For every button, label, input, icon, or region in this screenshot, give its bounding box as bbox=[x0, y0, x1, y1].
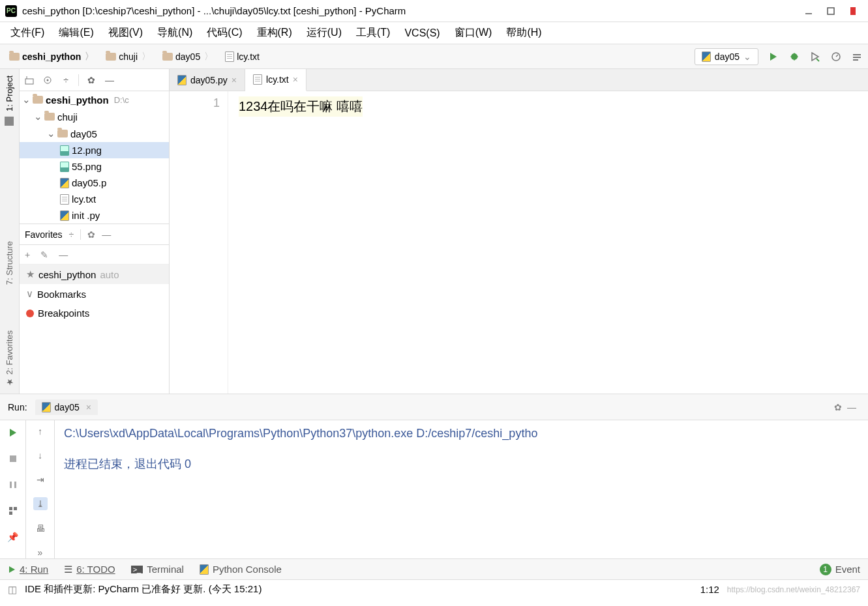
hide-icon[interactable]: — bbox=[847, 402, 860, 412]
run-label: Run: bbox=[8, 402, 27, 412]
more-icon[interactable]: » bbox=[33, 546, 48, 558]
run-button[interactable] bbox=[768, 51, 779, 63]
tree-file-12png[interactable]: 12.png bbox=[20, 142, 169, 158]
run-panel: Run: day05× ✿ — 📌 ↑ ↓ ⇥ ⤓ 🖶 » C:\Users\x… bbox=[0, 394, 868, 558]
up-arrow-icon[interactable]: ↑ bbox=[33, 426, 48, 438]
collapse-icon[interactable]: ÷ bbox=[69, 229, 74, 240]
down-arrow-icon[interactable]: ↓ bbox=[33, 450, 48, 462]
close-tab-icon[interactable]: × bbox=[232, 75, 237, 85]
run-config-dropdown[interactable]: day05 ⌄ bbox=[695, 48, 758, 65]
debug-button[interactable] bbox=[788, 51, 800, 63]
tool-project-tab[interactable]: 1: Project bbox=[5, 76, 14, 126]
menu-file[interactable]: 文件(F) bbox=[7, 23, 48, 42]
panel-toolbar: ÷ ✿ — bbox=[20, 69, 169, 91]
svg-rect-21 bbox=[9, 507, 12, 510]
pin-button[interactable]: 📌 bbox=[6, 530, 20, 544]
cursor-position[interactable]: 1:12 bbox=[700, 584, 719, 595]
line-number-gutter: 1 bbox=[170, 91, 228, 394]
remove-favorite-button[interactable]: — bbox=[59, 250, 68, 260]
tree-file-day05py[interactable]: day05.p bbox=[20, 175, 169, 191]
favorite-bookmarks[interactable]: ∨Bookmarks bbox=[20, 284, 169, 304]
edit-favorite-button[interactable]: ✎ bbox=[40, 250, 48, 260]
soft-wrap-icon[interactable]: ⇥ bbox=[33, 474, 48, 486]
tool-favorites-tab[interactable]: ★2: Favorites bbox=[5, 330, 14, 387]
menu-navigate[interactable]: 导航(N) bbox=[153, 23, 196, 42]
bottom-python-console-button[interactable]: Python Console bbox=[200, 564, 282, 575]
gear-icon[interactable]: ✿ bbox=[834, 402, 847, 412]
menu-bar: 文件(F) 编辑(E) 视图(V) 导航(N) 代码(C) 重构(R) 运行(U… bbox=[0, 22, 868, 44]
menu-tools[interactable]: 工具(T) bbox=[352, 23, 394, 42]
close-button[interactable] bbox=[843, 5, 863, 18]
search-everywhere-button[interactable] bbox=[851, 51, 863, 63]
bottom-terminal-button[interactable]: >_Terminal bbox=[131, 564, 184, 575]
favorite-breakpoints[interactable]: Breakpoints bbox=[20, 304, 169, 323]
rerun-button[interactable] bbox=[6, 426, 20, 440]
hide-icon[interactable]: — bbox=[102, 229, 111, 240]
tree-chuji[interactable]: ⌄chuji bbox=[20, 108, 169, 125]
terminal-icon: >_ bbox=[131, 566, 143, 573]
menu-vcs[interactable]: VCS(S) bbox=[400, 25, 443, 42]
menu-refactor[interactable]: 重构(R) bbox=[253, 23, 296, 42]
quick-access-icon[interactable]: ◫ bbox=[8, 584, 17, 596]
bottom-run-button[interactable]: 4: Run bbox=[8, 564, 48, 575]
scroll-end-icon[interactable]: ⤓ bbox=[33, 497, 48, 510]
title-bar: PC ceshi_python [D:\ceship7\ceshi_python… bbox=[0, 0, 868, 22]
maximize-button[interactable] bbox=[821, 5, 841, 18]
tree-day05[interactable]: ⌄day05 bbox=[20, 125, 169, 142]
project-tree[interactable]: ⌄ceshi_pythonD:\c ⌄chuji ⌄day05 12.png 5… bbox=[20, 91, 169, 224]
favorite-project[interactable]: ★ceshi_python auto bbox=[20, 265, 169, 284]
tool-structure-tab[interactable]: 7: Structure bbox=[5, 241, 14, 285]
menu-view[interactable]: 视图(V) bbox=[104, 23, 147, 42]
tree-file-lcytxt[interactable]: lcy.txt bbox=[20, 191, 169, 207]
run-output[interactable]: C:\Users\xd\AppData\Local\Programs\Pytho… bbox=[55, 420, 868, 558]
favorites-title: Favorites bbox=[25, 229, 63, 240]
menu-code[interactable]: 代码(C) bbox=[203, 23, 246, 42]
editor-content[interactable]: 1234在吗在干嘛 嘻嘻 bbox=[228, 91, 363, 394]
check-icon: ∨ bbox=[26, 288, 33, 300]
gear-icon[interactable]: ✿ bbox=[85, 74, 97, 86]
locate-icon[interactable] bbox=[42, 74, 53, 86]
print-icon[interactable]: 🖶 bbox=[33, 522, 48, 534]
crumb-file[interactable]: lcy.txt bbox=[221, 49, 263, 65]
folder-icon bbox=[9, 53, 20, 61]
menu-window[interactable]: 窗口(W) bbox=[451, 23, 496, 42]
editor[interactable]: 1 1234在吗在干嘛 嘻嘻 bbox=[170, 91, 868, 394]
add-favorite-button[interactable]: + bbox=[25, 250, 30, 260]
todo-icon: ☰ bbox=[64, 564, 72, 575]
svg-rect-22 bbox=[14, 507, 17, 510]
close-icon[interactable]: × bbox=[86, 402, 91, 412]
pause-button[interactable] bbox=[6, 478, 20, 492]
crumb-root[interactable]: ceshi_python〉 bbox=[5, 48, 99, 65]
run-tools-primary: 📌 bbox=[0, 420, 26, 558]
gear-icon[interactable]: ✿ bbox=[87, 229, 95, 240]
breadcrumb[interactable]: ceshi_python〉 chuji〉 day05〉 lcy.txt bbox=[5, 48, 695, 65]
minimize-button[interactable] bbox=[799, 5, 818, 18]
crumb-chuji[interactable]: chuji〉 bbox=[102, 48, 156, 65]
run-coverage-button[interactable] bbox=[809, 51, 821, 63]
stop-button[interactable] bbox=[6, 452, 20, 466]
bottom-event-log-button[interactable]: 1Event bbox=[820, 564, 860, 575]
layout-button[interactable] bbox=[6, 504, 20, 518]
tab-lcytxt[interactable]: lcy.txt× bbox=[245, 69, 307, 91]
tree-file-55png[interactable]: 55.png bbox=[20, 158, 169, 175]
run-tools-secondary: ↑ ↓ ⇥ ⤓ 🖶 » bbox=[26, 420, 55, 558]
tree-file-initpy[interactable]: init .py bbox=[20, 207, 169, 224]
select-target-icon[interactable] bbox=[23, 74, 35, 86]
hide-icon[interactable]: — bbox=[104, 74, 115, 86]
collapse-icon[interactable]: ÷ bbox=[60, 74, 72, 86]
close-tab-icon[interactable]: × bbox=[293, 74, 298, 85]
bottom-todo-button[interactable]: ☰6: TODO bbox=[64, 564, 115, 575]
text-file-icon bbox=[253, 74, 262, 85]
tab-day05py[interactable]: day05.py× bbox=[170, 69, 245, 91]
svg-rect-13 bbox=[25, 79, 33, 84]
output-line: 进程已结束，退出代码 0 bbox=[64, 456, 859, 472]
python-icon bbox=[177, 75, 187, 85]
menu-edit[interactable]: 编辑(E) bbox=[55, 23, 97, 42]
run-tab[interactable]: day05× bbox=[35, 399, 98, 415]
profile-button[interactable] bbox=[830, 51, 842, 63]
folder-icon bbox=[57, 130, 68, 137]
menu-run[interactable]: 运行(U) bbox=[303, 23, 346, 42]
menu-help[interactable]: 帮助(H) bbox=[502, 23, 545, 42]
tree-root[interactable]: ⌄ceshi_pythonD:\c bbox=[20, 91, 169, 108]
crumb-day05[interactable]: day05〉 bbox=[158, 48, 218, 65]
